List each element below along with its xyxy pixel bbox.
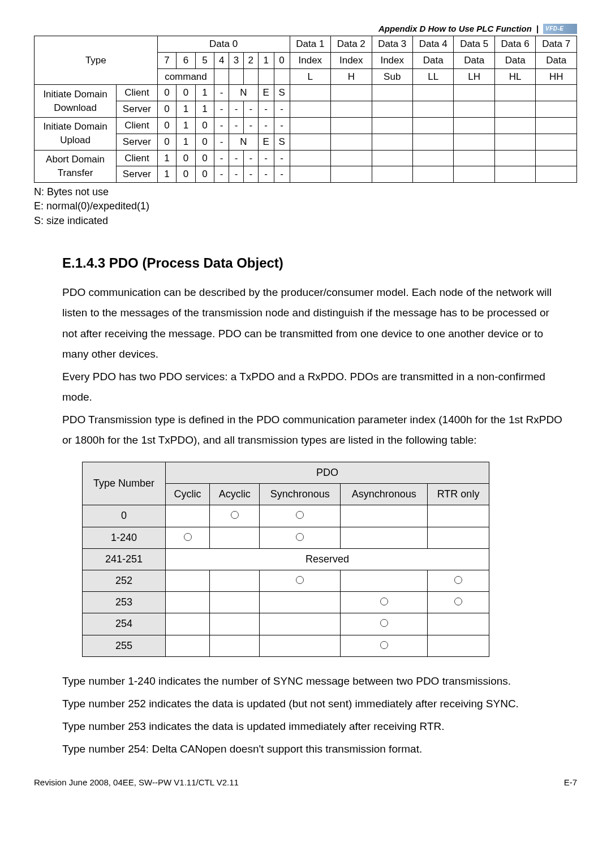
data-cell (331, 85, 372, 101)
data-cell (331, 166, 372, 183)
type-number-cell: 255 (83, 635, 166, 656)
data-cell (412, 150, 453, 166)
bit-cell: S (274, 134, 290, 150)
circle-icon (380, 598, 388, 605)
pdo-cell (165, 505, 210, 527)
para2: Every PDO has two PDO services: a TxPDO … (62, 367, 566, 407)
d2-mid: Index (331, 52, 372, 68)
d3-bot: Sub (372, 68, 412, 85)
bit-cell: 0 (177, 85, 196, 101)
bit-cell: 0 (157, 85, 177, 101)
bit-cell: - (229, 101, 244, 118)
data-cell (412, 101, 453, 118)
bit-cell: - (243, 150, 258, 166)
data-cell (454, 134, 494, 150)
d6-bot: HL (494, 68, 535, 85)
d5-bot: LH (454, 68, 494, 85)
bit-cell: 1 (195, 101, 214, 118)
bit-cell: 0 (195, 117, 214, 134)
table-notes: N: Bytes not use E: normal(0)/expedited(… (34, 185, 577, 228)
data-cell (290, 101, 330, 118)
pdo-cell (428, 570, 489, 592)
data-cell (290, 117, 330, 134)
section-heading: E.1.4.3 PDO (Process Data Object) (62, 253, 577, 273)
pdo-cell (259, 613, 340, 635)
col-acyclic: Acyclic (210, 484, 260, 505)
data-cell (412, 134, 453, 150)
pdo-cell (259, 505, 340, 527)
bit-cell: 1 (157, 166, 177, 183)
bit-cell: - (274, 166, 290, 183)
bit-7: 7 (157, 52, 177, 68)
note-n: N: Bytes not use (34, 185, 577, 199)
bit-cell: N (229, 134, 259, 150)
pdo-cell (259, 570, 340, 592)
data4-h: Data 4 (412, 36, 453, 53)
type-number-cell: 1-240 (83, 527, 166, 548)
pdo-cell (165, 527, 210, 548)
reserved-cell: Reserved (165, 548, 489, 570)
data-cell (454, 166, 494, 183)
pdo-cell (259, 635, 340, 656)
note-e: E: normal(0)/expedited(1) (34, 199, 577, 213)
pdo-cell (341, 635, 428, 656)
appendix-title: Appendix D How to Use PLC Function (378, 23, 532, 35)
pdo-cell (428, 613, 489, 635)
bit-cell: - (258, 166, 274, 183)
data-cell (372, 166, 412, 183)
data-cell (290, 85, 330, 101)
bit-cell: E (258, 134, 274, 150)
bit-cell: - (214, 150, 229, 166)
bit-cell: - (258, 150, 274, 166)
circle-icon (184, 533, 192, 541)
data-cell (290, 166, 330, 183)
para6: Type number 253 indicates the data is up… (62, 716, 566, 737)
role-cell: Server (117, 166, 157, 183)
col-async: Asynchronous (341, 484, 428, 505)
bit-cell: 0 (177, 166, 196, 183)
data-cell (331, 134, 372, 150)
bit-cell: - (274, 101, 290, 118)
data-cell (412, 117, 453, 134)
d7-bot: HH (536, 68, 577, 85)
data-cell (331, 101, 372, 118)
bit-cell: - (274, 117, 290, 134)
type-number-cell: 254 (83, 613, 166, 635)
bit-cell: - (214, 85, 229, 101)
circle-icon (454, 576, 462, 584)
circle-icon (380, 619, 388, 627)
pdo-cell (341, 592, 428, 613)
pdo-cell (428, 505, 489, 527)
data-cell (454, 101, 494, 118)
bit-cell: - (243, 117, 258, 134)
bit-cell: 0 (157, 101, 177, 118)
data-cell (372, 85, 412, 101)
circle-icon (296, 511, 304, 519)
bit-cell: - (214, 166, 229, 183)
data-cell (494, 85, 535, 101)
pdo-cell (210, 505, 260, 527)
bit-cell: - (229, 166, 244, 183)
pdo-cell (341, 527, 428, 548)
data3-h: Data 3 (372, 36, 412, 53)
circle-icon (296, 533, 304, 541)
d4-bot: LL (412, 68, 453, 85)
circle-icon (296, 576, 304, 584)
data-cell (331, 117, 372, 134)
para4: Type number 1-240 indicates the number o… (62, 671, 566, 691)
pdo-cell (210, 592, 260, 613)
data7-h: Data 7 (536, 36, 577, 53)
command-label: command (157, 68, 214, 85)
data-cell (412, 85, 453, 101)
pdo-cell (428, 527, 489, 548)
pdo-cell (341, 505, 428, 527)
type-number-cell: 253 (83, 592, 166, 613)
appendix-header: Appendix D How to Use PLC Function | (34, 23, 577, 35)
bit-cell: - (243, 166, 258, 183)
d3-mid: Index (372, 52, 412, 68)
data5-h: Data 5 (454, 36, 494, 53)
circle-icon (380, 641, 388, 649)
bit-cell: - (214, 134, 229, 150)
bit-1: 1 (258, 52, 274, 68)
bit-cell: 1 (195, 85, 214, 101)
